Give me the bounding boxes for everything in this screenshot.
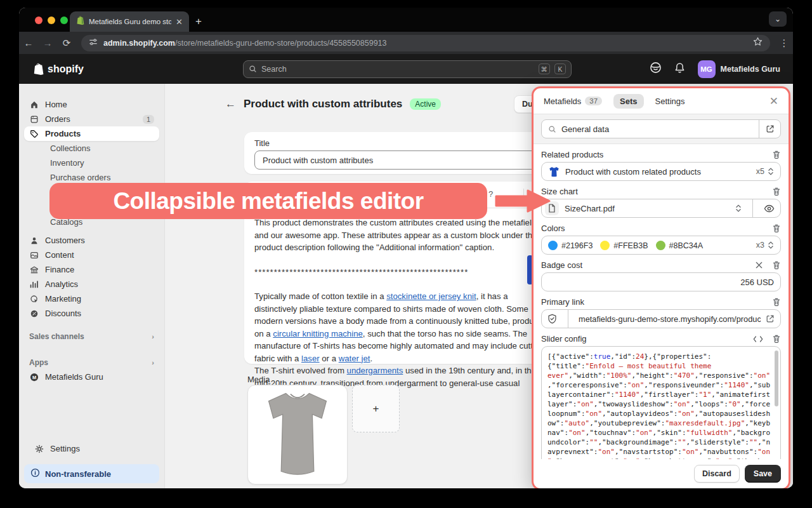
url-text: admin.shopify.com/store/metafields-guru-… <box>103 39 747 48</box>
discard-button[interactable]: Discard <box>694 465 740 483</box>
notifications-bell-icon[interactable] <box>674 62 685 76</box>
badge-cost-value: 256 USD <box>740 277 774 287</box>
product-image[interactable] <box>247 385 348 485</box>
clear-icon[interactable] <box>755 261 763 269</box>
address-bar[interactable]: admin.shopify.com/store/metafields-guru-… <box>81 35 770 51</box>
trash-icon[interactable] <box>772 187 781 196</box>
back-icon[interactable]: ← <box>19 37 38 48</box>
sidebar-item-orders[interactable]: Orders 1 <box>24 112 159 126</box>
add-media-tile[interactable]: + <box>352 385 400 432</box>
text-link[interactable]: stockinette or jersey knit <box>386 291 476 301</box>
size-chart-select[interactable]: SizeChart.pdf <box>541 199 781 218</box>
orders-count-badge: 1 <box>143 115 154 124</box>
metafields-guru-app-icon: M <box>29 373 39 382</box>
code-icon[interactable] <box>753 335 763 343</box>
sidebar-nav: Home Orders 1 Products Collections Inven… <box>19 84 165 488</box>
close-icon[interactable]: ✕ <box>769 95 778 108</box>
new-tab-button[interactable]: + <box>195 15 202 28</box>
metafields-panel: Metafields 37 Sets Settings ✕ General da… <box>532 86 790 488</box>
badge-cost-input[interactable]: 256 USD <box>541 272 781 291</box>
text-link[interactable]: undergarments <box>347 366 403 375</box>
code-scrollbar[interactable] <box>775 351 778 406</box>
tab-close-icon[interactable]: ✕ <box>176 17 183 27</box>
sidebar-item-inventory[interactable]: Inventory <box>24 156 159 170</box>
bookmark-star-icon[interactable] <box>753 37 763 49</box>
sidebar-item-metafields-guru[interactable]: M Metafields Guru <box>24 370 159 384</box>
discounts-icon <box>29 309 39 318</box>
minimize-window-button[interactable] <box>48 17 55 24</box>
sidebar-item-content[interactable]: Content <box>24 248 159 262</box>
sidebar-item-finance[interactable]: Finance <box>24 262 159 277</box>
text-link[interactable]: circular knitting machine <box>273 329 362 338</box>
trash-icon[interactable] <box>772 150 781 159</box>
trash-icon[interactable] <box>772 260 781 270</box>
sidebar-item-collections[interactable]: Collections <box>24 141 159 156</box>
tab-settings[interactable]: Settings <box>655 97 685 106</box>
preview-file-button[interactable] <box>758 199 780 217</box>
description-paragraph: This product demonstrates the custom att… <box>254 217 551 254</box>
help-question-icon[interactable]: ? <box>488 189 493 199</box>
reload-icon[interactable]: ⟳ <box>57 37 76 49</box>
user-name[interactable]: Metafields Guru <box>721 65 780 74</box>
marketing-icon <box>29 295 39 304</box>
tab-metafields[interactable]: Metafields 37 <box>544 97 602 106</box>
panel-search-band: General data <box>534 114 789 144</box>
sidebar-item-discounts[interactable]: Discounts <box>24 306 159 321</box>
item-count: x3 <box>756 241 764 250</box>
sidebar-item-products[interactable]: Products <box>24 126 159 141</box>
sidebar-item-customers[interactable]: Customers <box>24 233 159 248</box>
trash-icon[interactable] <box>772 334 781 344</box>
trash-icon[interactable] <box>772 297 781 307</box>
forward-icon[interactable]: → <box>38 37 57 48</box>
trash-icon[interactable] <box>772 224 781 233</box>
user-avatar[interactable]: MG <box>698 60 716 78</box>
back-arrow-icon[interactable]: ← <box>225 98 236 110</box>
shopify-favicon <box>76 16 84 27</box>
set-search-input[interactable]: General data <box>542 124 759 134</box>
site-settings-icon[interactable] <box>89 37 98 49</box>
analytics-chart-icon <box>29 280 39 289</box>
global-search-input[interactable]: Search ⌘ K <box>243 60 572 78</box>
non-transferable-banner[interactable]: Non-transferable <box>24 464 159 483</box>
text-link[interactable]: laser <box>301 354 320 363</box>
tab-sets[interactable]: Sets <box>613 94 643 109</box>
sidebar-item-home[interactable]: Home <box>24 97 159 112</box>
text-link[interactable]: water jet <box>339 354 370 363</box>
close-window-button[interactable] <box>35 17 43 24</box>
sidebar-item-marketing[interactable]: Marketing <box>24 291 159 306</box>
sidebar-section-sales-channels[interactable]: Sales channels› <box>29 329 154 344</box>
sidebar-item-analytics[interactable]: Analytics <box>24 277 159 291</box>
products-tag-icon <box>29 130 39 138</box>
search-icon <box>249 65 257 73</box>
inbox-icon[interactable] <box>650 62 662 76</box>
shopify-topbar: shopify Search ⌘ K MG Metafields Guru <box>19 54 793 84</box>
shopify-logo[interactable]: shopify <box>33 63 154 75</box>
cmd-key: ⌘ <box>539 64 551 74</box>
media-section-label: Media <box>247 375 270 384</box>
sidebar-item-settings[interactable]: Settings <box>29 441 154 456</box>
open-link-button[interactable] <box>766 310 780 328</box>
description-separator: ****************************************… <box>254 266 551 279</box>
browser-tab[interactable]: Metafields Guru demo store ✕ <box>70 11 189 32</box>
colors-select[interactable]: #2196F3#FFEB3B#8BC34A x3 <box>541 236 781 255</box>
field-label: Related products <box>541 150 603 159</box>
save-button[interactable]: Save <box>745 465 781 483</box>
search-icon <box>548 125 556 133</box>
zoom-window-button[interactable] <box>60 17 68 24</box>
chevron-down-icon[interactable]: ⌄ <box>769 11 787 27</box>
slider-config-editor[interactable]: [{"active":true,"id":24},{"properties":{… <box>541 346 781 459</box>
content-icon <box>29 251 39 260</box>
browser-menu-icon[interactable]: ⋮ <box>775 37 793 49</box>
open-in-new-window-button[interactable] <box>759 120 780 138</box>
sidebar-section-apps[interactable]: Apps› <box>29 355 154 370</box>
svg-text:M: M <box>32 374 36 380</box>
orders-icon <box>29 115 39 124</box>
promo-banner-text: Collapsible metafields editor <box>113 188 423 215</box>
related-products-select[interactable]: Product with custom related products x5 <box>541 162 781 181</box>
field-colors: Colors #2196F3#FFEB3B#8BC34A x3 <box>541 224 781 255</box>
search-placeholder: Search <box>261 65 534 74</box>
field-slider-config: Slider config [{"active":true,"id":24},{… <box>541 334 781 459</box>
chevron-right-icon: › <box>152 333 154 340</box>
primary-link-input[interactable]: metafields-guru-demo-store.myshopify.com… <box>541 309 781 328</box>
panel-tabs: Metafields 37 Sets Settings ✕ <box>534 88 789 114</box>
